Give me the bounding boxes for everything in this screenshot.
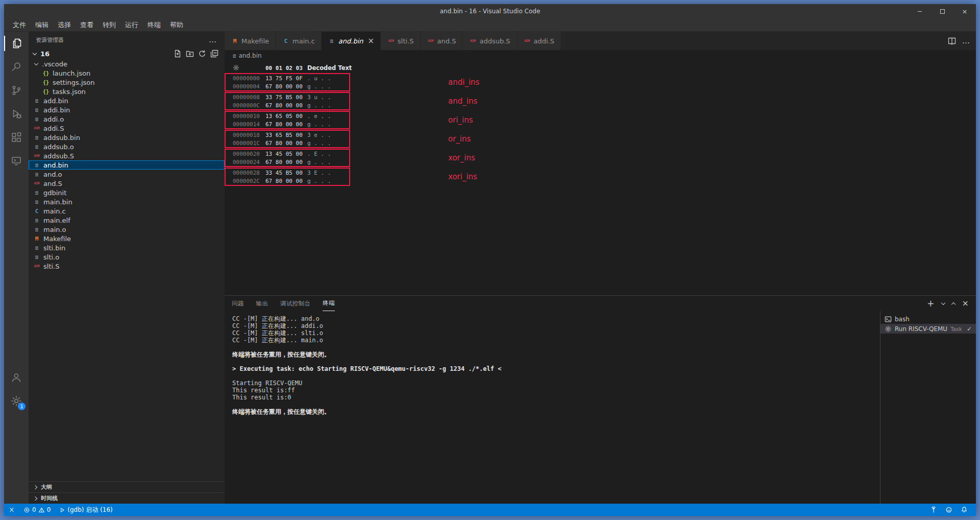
activity-remote-explorer[interactable] (4, 149, 29, 173)
hex-row[interactable]: 0000002C67 80 00 00g . . . (226, 177, 349, 185)
panel-tab-output[interactable]: 输出 (256, 296, 268, 311)
refresh-icon[interactable] (198, 50, 206, 58)
file-launch.json[interactable]: {}launch.json (29, 68, 225, 78)
hex-row[interactable]: 0000002467 80 00 00g . . . (226, 158, 349, 166)
tab-and.bin[interactable]: ≡and.bin× (322, 32, 381, 50)
activity-extensions[interactable] (4, 126, 29, 149)
menu-help[interactable]: 帮助 (165, 19, 188, 31)
activity-explorer[interactable] (4, 32, 29, 55)
tab-slti.S[interactable]: ASMslti.S (381, 32, 420, 50)
hex-row[interactable]: 0000000C67 80 00 00g . . . (226, 101, 349, 109)
file-main.bin[interactable]: ≡main.bin (29, 197, 225, 206)
hex-row[interactable]: 0000001013 65 05 00. e . . (226, 112, 349, 120)
tab-Makefile[interactable]: MMakefile (225, 32, 276, 50)
remote-indicator[interactable] (4, 504, 19, 516)
menu-run[interactable]: 运行 (120, 19, 143, 31)
more-actions-icon[interactable]: … (209, 35, 217, 44)
file-slti.S[interactable]: ASMslti.S (29, 262, 225, 271)
settings-button[interactable]: 1 (4, 389, 29, 413)
notifications-button[interactable] (957, 504, 972, 516)
panel-tab-debug-console[interactable]: 调试控制台 (280, 296, 310, 311)
file-main.o[interactable]: ≡main.o (29, 225, 225, 234)
new-file-icon[interactable] (174, 50, 182, 58)
tab-main.c[interactable]: Cmain.c (276, 32, 322, 50)
terminal-dropdown-icon[interactable] (942, 300, 945, 307)
new-folder-icon[interactable] (186, 50, 194, 58)
file-main.elf[interactable]: ≡main.elf (29, 216, 225, 225)
hex-row[interactable]: 0000000833 75 B5 003 u . . (226, 93, 349, 101)
close-icon[interactable]: × (368, 37, 375, 45)
tab-and.S[interactable]: ASMand.S (421, 32, 463, 50)
collapse-all-icon[interactable] (210, 50, 218, 58)
terminal-session-run-riscv-qemu[interactable]: Run RISCV-QEMUTask✓ (880, 324, 976, 334)
editor-group: MMakefileCmain.c≡and.bin×ASMslti.SASMand… (225, 32, 976, 504)
terminal-line: > Executing task: echo Starting RISCV-QE… (232, 365, 880, 372)
file-main.c[interactable]: Cmain.c (29, 206, 225, 216)
sidebar-header: 资源管理器 … (29, 32, 225, 48)
broadcast-status[interactable] (926, 504, 941, 516)
file-addsub.S[interactable]: ASMaddsub.S (29, 151, 225, 160)
file-add.bin[interactable]: ≡add.bin (29, 96, 225, 105)
file-Makefile[interactable]: MMakefile (29, 234, 225, 243)
folder-root[interactable]: 16 (29, 48, 225, 59)
file-gdbinit[interactable]: ≡gdbinit (29, 188, 225, 197)
debug-status[interactable]: (gdb) 启动 (16) (55, 504, 116, 516)
close-panel-icon[interactable]: × (962, 299, 969, 308)
minimize-button[interactable]: ─ (909, 4, 931, 18)
activity-source-control[interactable] (4, 79, 29, 102)
tab-addi.S[interactable]: ASMaddi.S (517, 32, 561, 50)
file-settings.json[interactable]: {}settings.json (29, 78, 225, 87)
file-addsub.o[interactable]: ≡addsub.o (29, 142, 225, 151)
file-addsub.bin[interactable]: ≡addsub.bin (29, 133, 225, 142)
menu-selection[interactable]: 选择 (53, 19, 76, 31)
file-and.S[interactable]: ASMand.S (29, 179, 225, 188)
outline-section-header[interactable]: 大纲 (29, 481, 225, 492)
menu-edit[interactable]: 编辑 (31, 19, 53, 31)
tab-addsub.S[interactable]: ASMaddsub.S (462, 32, 517, 50)
hex-address: 0000002C (233, 178, 265, 184)
terminal-session-bash[interactable]: bash (880, 314, 976, 324)
terminal-output[interactable]: CC -[M] 正在构建... and.oCC -[M] 正在构建... add… (225, 311, 880, 504)
panel-tab-terminal[interactable]: 终端 (323, 296, 335, 311)
file-addi.bin[interactable]: ≡addi.bin (29, 105, 225, 114)
file-addi.o[interactable]: ≡addi.o (29, 114, 225, 124)
close-button[interactable]: × (953, 4, 976, 18)
menu-terminal[interactable]: 终端 (143, 19, 165, 31)
file-tasks.json[interactable]: {}tasks.json (29, 87, 225, 96)
feedback-button[interactable] (941, 504, 957, 516)
activity-run-debug[interactable] (4, 102, 29, 126)
menu-view[interactable]: 查看 (76, 19, 98, 31)
hex-row[interactable]: 0000002833 45 B5 003 E . . (226, 169, 349, 177)
more-actions-icon[interactable]: … (962, 36, 970, 45)
panel-tab-problems[interactable]: 问题 (232, 296, 244, 311)
hex-row[interactable]: 0000001C67 80 00 00g . . . (226, 139, 349, 147)
hex-row[interactable]: 0000001833 65 B5 003 e . . (226, 131, 349, 139)
file-slti.bin[interactable]: ≡slti.bin (29, 243, 225, 252)
folder-.vscode[interactable]: .vscode (29, 59, 225, 68)
makefile-file-icon: M (33, 234, 41, 243)
activity-search[interactable] (4, 55, 29, 79)
file-and.o[interactable]: ≡and.o (29, 170, 225, 179)
menu-file[interactable]: 文件 (8, 19, 31, 31)
hex-row[interactable]: 0000000467 80 00 00g . . . (226, 82, 349, 90)
hex-bytes: 67 80 00 00 (265, 83, 307, 90)
file-and.bin[interactable]: ≡and.bin (29, 160, 225, 170)
file-slti.o[interactable]: ≡slti.o (29, 252, 225, 262)
hex-settings[interactable] (233, 63, 265, 73)
hex-row[interactable]: 0000001467 80 00 00g . . . (226, 120, 349, 128)
hex-row[interactable]: 0000002013 45 05 00. E . . (226, 150, 349, 158)
problems-status[interactable]: 0 0 (19, 504, 55, 516)
menu-goto[interactable]: 转到 (98, 19, 120, 31)
maximize-panel-icon[interactable] (952, 300, 955, 307)
timeline-section-header[interactable]: 时间线 (29, 492, 225, 504)
breadcrumb[interactable]: ≡ and.bin (225, 50, 976, 61)
split-editor-icon[interactable] (948, 37, 956, 45)
file-addi.S[interactable]: ASMaddi.S (29, 124, 225, 133)
hex-row[interactable]: 0000000013 75 F5 0F. u . . (226, 74, 349, 82)
hex-group-xori_ins: 0000002833 45 B5 003 E . .0000002C67 80 … (225, 168, 976, 186)
maximize-button[interactable] (931, 4, 953, 18)
json-file-icon: {} (42, 87, 50, 96)
account-button[interactable] (4, 366, 29, 389)
hex-decoded: g . . . (307, 178, 348, 184)
new-terminal-icon[interactable]: + (927, 299, 934, 308)
